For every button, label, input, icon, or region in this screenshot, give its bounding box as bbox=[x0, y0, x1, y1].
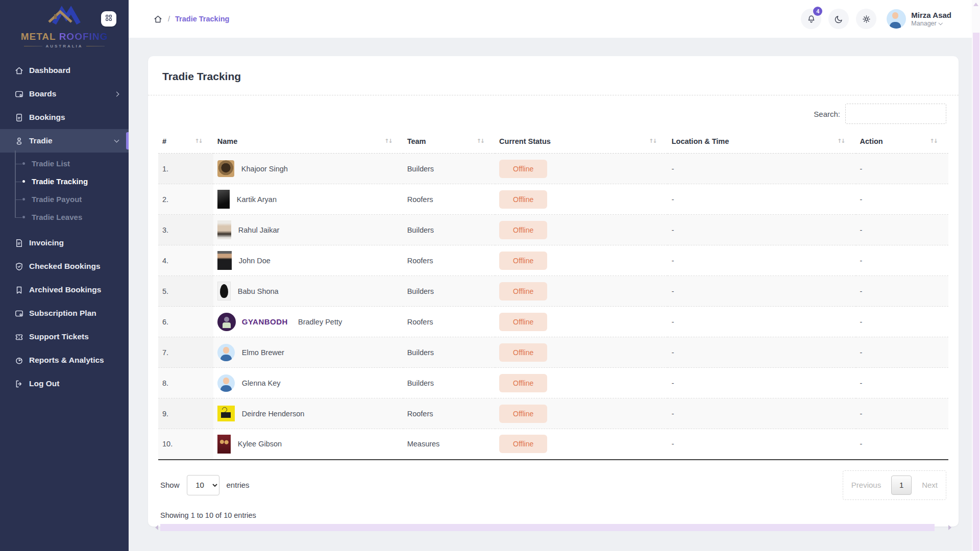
pie-chart-icon bbox=[14, 356, 24, 365]
board-icon bbox=[14, 89, 24, 99]
table-row: 4.John DoeRoofersOffline-- bbox=[158, 245, 948, 276]
scroll-left-icon[interactable] bbox=[155, 525, 158, 530]
sidebar-item-label: Dashboard bbox=[29, 66, 70, 75]
action-cell: - bbox=[856, 154, 948, 184]
breadcrumb-page[interactable]: Tradie Tracking bbox=[175, 15, 229, 23]
tradie-name-cell: Rahul Jaikar bbox=[213, 215, 403, 245]
sidebar-item-label: Log Out bbox=[29, 379, 59, 388]
column-header-action[interactable]: Action↑↓ bbox=[856, 129, 948, 154]
column-header--[interactable]: #↑↓ bbox=[158, 129, 213, 154]
scroll-right-icon[interactable] bbox=[948, 525, 951, 530]
column-header-name[interactable]: Name↑↓ bbox=[213, 129, 403, 154]
status-cell: Offline bbox=[495, 337, 668, 368]
sidebar-item-dashboard[interactable]: Dashboard bbox=[0, 59, 129, 82]
tradie-name: John Doe bbox=[239, 257, 271, 265]
home-icon[interactable] bbox=[153, 14, 163, 24]
status-badge: Offline bbox=[499, 343, 547, 362]
sidebar-item-tradie-tracking[interactable]: Tradie Tracking bbox=[0, 172, 129, 190]
horizontal-scrollbar[interactable] bbox=[155, 523, 951, 532]
team-cell: Roofers bbox=[403, 184, 495, 215]
tradie-name: Rahul Jaikar bbox=[238, 226, 280, 234]
ticket-icon bbox=[14, 332, 24, 342]
suit-portrait-avatar bbox=[217, 251, 232, 270]
sidebar-item-log-out[interactable]: Log Out bbox=[0, 372, 129, 395]
tradie-name: Babu Shona bbox=[238, 287, 279, 295]
pagination: Previous 1 Next bbox=[843, 470, 946, 500]
sidebar-item-tradie-payout[interactable]: Tradie Payout bbox=[0, 190, 129, 208]
row-number: 9. bbox=[158, 398, 213, 429]
sidebar-item-checked-bookings[interactable]: Checked Bookings bbox=[0, 255, 129, 278]
page-size-select[interactable]: 10 bbox=[187, 475, 219, 495]
scroll-up-icon[interactable] bbox=[973, 3, 978, 6]
status-badge: Offline bbox=[499, 221, 547, 239]
entries-info: Showing 1 to 10 of 10 entries bbox=[148, 500, 959, 519]
notification-badge: 4 bbox=[813, 7, 822, 16]
sidebar-item-bookings[interactable]: Bookings bbox=[0, 106, 129, 129]
row-number: 8. bbox=[158, 368, 213, 398]
row-number: 2. bbox=[158, 184, 213, 215]
vertical-scrollbar-thumb[interactable] bbox=[973, 33, 979, 551]
moon-button[interactable] bbox=[828, 9, 849, 29]
status-cell: Offline bbox=[495, 215, 668, 245]
sidebar-toggle-button[interactable] bbox=[101, 11, 116, 27]
booking-icon bbox=[14, 113, 24, 122]
user-menu[interactable]: Mirza Asad Manager bbox=[887, 9, 951, 29]
horizontal-scrollbar-thumb[interactable] bbox=[160, 524, 935, 531]
status-cell: Offline bbox=[495, 368, 668, 398]
user-name: Mirza Asad bbox=[911, 11, 951, 20]
sidebar-item-invoicing[interactable]: Invoicing bbox=[0, 231, 129, 255]
action-cell: - bbox=[856, 398, 948, 429]
grid-icon bbox=[105, 14, 113, 24]
breadcrumb: / Tradie Tracking bbox=[153, 14, 229, 24]
moon-icon bbox=[834, 14, 844, 24]
sidebar-item-support-tickets[interactable]: Support Tickets bbox=[0, 325, 129, 348]
sidebar-item-label: Archived Bookings bbox=[29, 285, 101, 294]
gear-button[interactable] bbox=[856, 9, 876, 29]
sidebar-item-tradie[interactable]: Tradie bbox=[0, 129, 129, 153]
status-cell: Offline bbox=[495, 398, 668, 429]
status-badge: Offline bbox=[499, 282, 547, 300]
topbar: / Tradie Tracking 4 Mirza Asad Manager bbox=[129, 0, 972, 38]
status-badge: Offline bbox=[499, 405, 547, 423]
tradie-name-cell: Deirdre Henderson bbox=[213, 398, 403, 429]
bookmark-icon bbox=[14, 285, 24, 295]
cartoon-avatar bbox=[217, 374, 235, 392]
vertical-scrollbar[interactable] bbox=[972, 0, 980, 551]
sidebar-item-label: Boards bbox=[29, 89, 56, 98]
bell-button[interactable]: 4 bbox=[801, 9, 821, 29]
yellow-logo-avatar bbox=[217, 406, 235, 421]
sidebar-item-subscription-plan[interactable]: Subscription Plan bbox=[0, 302, 129, 325]
column-header-location-time[interactable]: Location & Time↑↓ bbox=[668, 129, 856, 154]
action-cell: - bbox=[856, 337, 948, 368]
column-header-current-status[interactable]: Current Status↑↓ bbox=[495, 129, 668, 154]
column-header-team[interactable]: Team↑↓ bbox=[403, 129, 495, 154]
icon-button-group: 4 bbox=[801, 9, 876, 29]
row-number: 3. bbox=[158, 215, 213, 245]
status-badge: Offline bbox=[499, 374, 547, 392]
sidebar-item-tradie-list[interactable]: Tradie List bbox=[0, 155, 129, 172]
current-page-button[interactable]: 1 bbox=[891, 475, 912, 495]
sidebar-item-tradie-leaves[interactable]: Tradie Leaves bbox=[0, 208, 129, 226]
action-cell: - bbox=[856, 215, 948, 245]
table-footer: Show 10 entries Previous 1 Next bbox=[148, 460, 959, 500]
sidebar-item-label: Tradie bbox=[29, 136, 53, 145]
sidebar-item-reports-analytics[interactable]: Reports & Analytics bbox=[0, 348, 129, 372]
tradie-name-cell: GYANBODHBradley Petty bbox=[213, 307, 403, 337]
location-cell: - bbox=[668, 398, 856, 429]
previous-page-button[interactable]: Previous bbox=[851, 481, 881, 489]
sidebar-item-boards[interactable]: Boards bbox=[0, 82, 129, 106]
team-cell: Measures bbox=[403, 429, 495, 460]
search-label: Search: bbox=[814, 110, 840, 118]
chevron-right-icon bbox=[114, 91, 119, 96]
next-page-button[interactable]: Next bbox=[922, 481, 938, 489]
location-cell: - bbox=[668, 276, 856, 307]
breadcrumb-separator: / bbox=[168, 15, 170, 23]
sidebar-item-archived-bookings[interactable]: Archived Bookings bbox=[0, 278, 129, 302]
tradie-name: Glenna Key bbox=[242, 379, 281, 387]
chevron-down-icon bbox=[939, 21, 943, 25]
search-input[interactable] bbox=[845, 104, 946, 124]
sort-icon: ↑↓ bbox=[837, 138, 844, 144]
team-cell: Builders bbox=[403, 154, 495, 184]
table-row: 9.Deirdre HendersonRoofersOffline-- bbox=[158, 398, 948, 429]
action-cell: - bbox=[856, 184, 948, 215]
